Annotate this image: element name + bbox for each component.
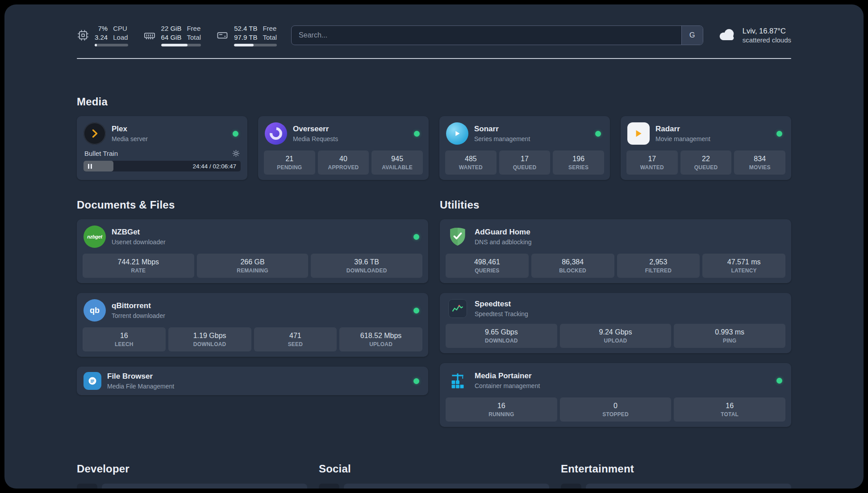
bookmark-pill: LinkedIn linkedin.com	[344, 484, 549, 489]
search-provider-button[interactable]: G	[681, 26, 703, 45]
stat-label: QUEUED	[681, 164, 731, 171]
stat-value: 86,384	[532, 258, 613, 266]
stat-downloaded: 39.6 TB DOWNLOADED	[311, 254, 422, 278]
stats-row: 16 RUNNING 0 STOPPED 16 TOTAL	[446, 397, 785, 422]
service-name: File Browser	[107, 372, 174, 381]
stat-latency: 47.571 ms LATENCY	[702, 254, 785, 278]
service-name: NZBGet	[112, 228, 166, 237]
resources-widget: 7% CPU 3.24 Load	[77, 24, 277, 46]
bookmark-linkedin[interactable]: LI LinkedIn linkedin.com	[319, 483, 549, 489]
service-card-qbittorrent[interactable]: qb qBittorrent Torrent downloader 16 LEE…	[77, 293, 428, 357]
stat-label: QUERIES	[447, 267, 528, 274]
service-subtitle: Usenet downloader	[112, 238, 166, 246]
stat-filtered: 2,953 FILTERED	[617, 254, 700, 278]
service-card-nzbget[interactable]: nzbget NZBGet Usenet downloader 744.21 M…	[77, 219, 428, 283]
stat-value: 834	[735, 155, 785, 163]
cpu-icon	[77, 29, 89, 42]
stat-value: 47.571 ms	[703, 258, 785, 266]
weather-widget: Lviv, 16.87°C scattered clouds	[718, 27, 791, 44]
bookmark-github[interactable]: GH Github github.com	[77, 483, 307, 489]
stat-download: 1.19 Gbps DOWNLOAD	[168, 327, 251, 351]
stat-upload: 618.52 Mbps UPLOAD	[339, 327, 422, 351]
weather-location: Lviv, 16.87°C	[743, 27, 791, 35]
stat-value: 618.52 Mbps	[340, 332, 421, 340]
stat-value: 39.6 TB	[312, 258, 421, 266]
stat-value: 196	[554, 155, 603, 163]
bookmark-pill: YouTube youtube.com	[586, 484, 791, 489]
service-card-speedtest[interactable]: Speedtest Speedtest Tracking 9.65 Gbps D…	[440, 293, 791, 353]
disk-total-value: 97.9 TB	[234, 33, 257, 42]
stat-seed: 471 SEED	[254, 327, 337, 351]
gear-icon[interactable]	[232, 150, 240, 157]
memory-free-label: Free	[187, 24, 201, 33]
service-card-sonarr[interactable]: Sonarr Series management 485 WANTED 17 Q…	[439, 116, 610, 180]
disk-free-value: 52.4 TB	[234, 24, 257, 33]
search-input[interactable]	[292, 26, 681, 45]
service-card-radarr[interactable]: Radarr Movie management 17 WANTED 22 QUE…	[621, 116, 791, 180]
resource-memory: 22 GiB Free 64 GiB Total	[143, 24, 201, 46]
stat-value: 21	[265, 155, 314, 163]
service-card-overseerr[interactable]: Overseerr Media Requests 21 PENDING 40 A…	[258, 116, 429, 180]
sonarr-icon	[446, 122, 468, 145]
stat-label: SEED	[255, 341, 336, 347]
status-dot	[776, 131, 782, 137]
service-card-filebrowser[interactable]: File Browser Media File Management	[77, 367, 428, 395]
ram-icon	[143, 29, 156, 42]
stat-value: 17	[500, 155, 550, 163]
service-name: Plex	[112, 125, 148, 134]
stat-pending: 21 PENDING	[264, 150, 315, 175]
playback-progress-bar[interactable]: 24:44 / 02:06:47	[83, 161, 241, 171]
service-subtitle: Movie management	[655, 135, 710, 142]
section-utilities: Utilities	[440, 199, 791, 427]
adguard-icon	[447, 226, 469, 248]
stat-remaining: 266 GB REMAINING	[197, 254, 309, 278]
section-title-entertainment: Entertainment	[561, 463, 791, 475]
cpu-progress-bar	[95, 44, 128, 46]
service-card-portainer[interactable]: Media Portainer Container management 16 …	[440, 363, 791, 427]
stat-label: WANTED	[446, 164, 496, 171]
stat-value: 9.65 Gbps	[447, 328, 556, 336]
service-card-adguard[interactable]: AdGuard Home DNS and adblocking 498,461 …	[440, 219, 791, 283]
pause-button[interactable]	[83, 161, 96, 171]
stat-value: 0	[561, 402, 671, 410]
stat-label: PING	[675, 338, 785, 344]
status-dot	[233, 131, 238, 137]
bookmark-youtube[interactable]: YT YouTube youtube.com	[561, 483, 791, 489]
stat-label: SERIES	[554, 164, 603, 171]
portainer-icon	[447, 369, 469, 392]
topbar-divider	[77, 58, 791, 59]
stat-value: 1.19 Gbps	[169, 332, 250, 340]
service-subtitle: DNS and adblocking	[475, 238, 532, 246]
stat-value: 40	[319, 155, 368, 163]
stat-ping: 0.993 ms PING	[674, 324, 785, 348]
stat-label: RUNNING	[447, 411, 556, 418]
cpu-usage-value: 7%	[95, 24, 108, 33]
stats-row: 16 LEECH 1.19 Gbps DOWNLOAD 471 SEED	[83, 327, 422, 351]
top-bar: 7% CPU 3.24 Load	[77, 4, 791, 46]
memory-total-label: Total	[187, 33, 201, 42]
service-name: Media Portainer	[475, 372, 540, 380]
stat-label: REMAINING	[198, 267, 308, 274]
plex-icon	[83, 122, 106, 145]
status-dot	[414, 131, 420, 137]
overseerr-icon	[265, 122, 287, 145]
stat-value: 16	[675, 402, 785, 410]
stat-value: 471	[255, 332, 336, 340]
section-title-media: Media	[77, 96, 791, 108]
stats-row: 744.21 Mbps RATE 266 GB REMAINING 39.6 T…	[83, 254, 422, 278]
stat-label: RATE	[83, 267, 193, 274]
stat-queries: 498,461 QUERIES	[446, 254, 529, 278]
stat-label: UPLOAD	[340, 341, 421, 347]
status-dot	[413, 308, 419, 313]
stat-wanted: 485 WANTED	[445, 150, 497, 175]
service-card-plex[interactable]: Plex Media server Bullet Train	[77, 116, 247, 180]
stat-label: DOWNLOAD	[169, 341, 250, 347]
stat-wanted: 17 WANTED	[626, 150, 678, 175]
section-title-developer: Developer	[77, 463, 307, 475]
stat-value: 9.24 Gbps	[561, 328, 671, 336]
stat-blocked: 86,384 BLOCKED	[531, 254, 614, 278]
cloud-icon	[718, 28, 737, 43]
stat-value: 0.993 ms	[675, 328, 785, 336]
nzbget-logo-text: nzbget	[87, 234, 102, 239]
stat-label: LATENCY	[703, 267, 785, 274]
